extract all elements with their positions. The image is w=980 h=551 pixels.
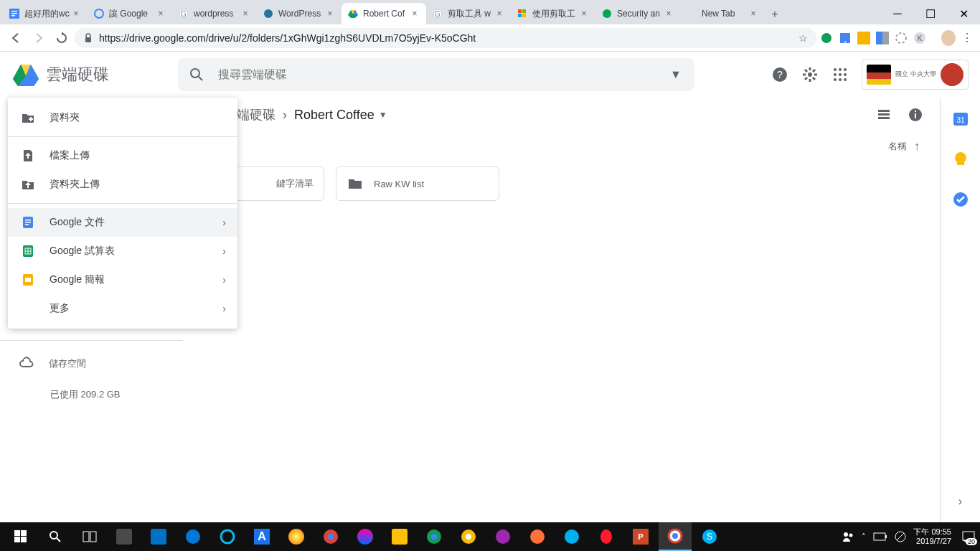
svg-text:31: 31 [956, 116, 965, 124]
taskbar-app-skype[interactable]: S [693, 522, 726, 551]
close-icon[interactable]: × [324, 8, 336, 19]
search-options-dropdown[interactable]: ▼ [667, 68, 684, 81]
settings-button[interactable] [801, 66, 819, 83]
side-panel-toggle[interactable]: › [958, 495, 962, 508]
new-tab-button[interactable]: + [765, 4, 785, 24]
search-button[interactable] [39, 522, 72, 551]
calendar-icon[interactable]: 31 [952, 110, 969, 128]
tab-3[interactable]: WordPress × [257, 3, 341, 24]
extension-icon[interactable] [857, 31, 871, 45]
info-button[interactable] [908, 108, 923, 122]
list-view-button[interactable] [877, 108, 891, 122]
svg-rect-16 [522, 14, 526, 17]
taskbar-app[interactable]: A [245, 522, 278, 551]
taskbar-clock[interactable]: 下午 09:55 2019/7/27 [913, 527, 954, 546]
close-icon[interactable]: × [240, 8, 251, 19]
taskbar-app-skype[interactable] [555, 522, 588, 551]
people-icon[interactable] [842, 530, 854, 543]
column-header-name[interactable]: 名稱 [888, 140, 907, 153]
menu-google-sheets[interactable]: Google 試算表 › [8, 237, 237, 265]
tab-1[interactable]: 讓 Google × [88, 3, 172, 24]
back-button[interactable] [6, 28, 26, 48]
taskbar-app-ie[interactable] [211, 522, 244, 551]
close-icon[interactable]: × [663, 8, 674, 19]
taskbar-app-powerpoint[interactable]: P [624, 522, 657, 551]
taskbar-app[interactable] [349, 522, 382, 551]
reload-button[interactable] [52, 28, 72, 48]
tab-7[interactable]: Security an × [595, 3, 680, 24]
notifications-button[interactable]: 20 [961, 529, 976, 544]
sort-asc-icon[interactable]: ↑ [914, 140, 920, 153]
taskbar-app-paint[interactable] [280, 522, 313, 551]
tasks-icon[interactable] [952, 191, 969, 208]
profile-icon[interactable]: K [913, 31, 927, 45]
organization-chip[interactable]: 國立 中央大學 [862, 60, 969, 90]
menu-more[interactable]: 更多 › [8, 294, 237, 323]
tab-5[interactable]: G 剪取工具 w × [426, 3, 511, 24]
account-avatar[interactable] [941, 63, 963, 86]
taskbar-app-outlook[interactable] [142, 522, 175, 551]
svg-rect-77 [915, 113, 916, 118]
close-window-button[interactable]: ✕ [947, 3, 980, 24]
close-icon[interactable]: × [748, 8, 759, 19]
taskbar-app[interactable] [383, 522, 416, 551]
breadcrumb-current[interactable]: Robert Coffee ▼ [294, 108, 387, 123]
taskbar-app-chrome[interactable] [418, 522, 451, 551]
svg-point-90 [186, 529, 200, 544]
search-input[interactable] [218, 68, 667, 81]
menu-folder-upload[interactable]: 資料夾上傳 [8, 170, 237, 199]
breadcrumb-row: 端硬碟 › Robert Coffee ▼ [184, 98, 940, 132]
help-button[interactable]: ? [771, 66, 788, 83]
menu-new-folder[interactable]: 資料夾 [8, 103, 237, 132]
taskbar-app-canary[interactable] [452, 522, 485, 551]
menu-google-docs[interactable]: Google 文件 › [8, 208, 237, 237]
taskbar-app[interactable] [486, 522, 519, 551]
drive-logo[interactable]: 雲端硬碟 [11, 60, 109, 89]
menu-separator [8, 136, 237, 137]
sidebar-item-storage[interactable]: 儲存空間 [0, 349, 183, 378]
tray-chevron-icon[interactable]: ˄ [862, 532, 866, 542]
forward-button[interactable] [29, 28, 49, 48]
apps-button[interactable] [831, 66, 849, 83]
task-view-button[interactable] [73, 522, 106, 551]
search-bar[interactable]: ▼ [178, 58, 694, 91]
close-icon[interactable]: × [409, 8, 420, 19]
extension-icon[interactable] [894, 31, 908, 45]
svg-point-53 [844, 73, 847, 76]
close-icon[interactable]: × [578, 8, 590, 19]
keep-icon[interactable] [952, 151, 969, 168]
start-button[interactable] [4, 522, 37, 551]
close-icon[interactable]: × [155, 8, 166, 19]
taskbar-app[interactable] [108, 522, 141, 551]
tab-0[interactable]: 超好用的wc × [3, 3, 88, 24]
close-icon[interactable]: × [70, 8, 82, 19]
tab-2[interactable]: G wordpress × [172, 3, 257, 24]
omnibox[interactable]: https://drive.google.com/drive/u/2/folde… [75, 28, 816, 48]
drive-logo-icon [11, 60, 40, 89]
tray-stop-icon[interactable] [895, 531, 906, 542]
extension-icon[interactable] [819, 31, 834, 45]
minimize-button[interactable]: ─ [881, 3, 914, 24]
folder-item[interactable]: Raw KW list [336, 166, 499, 201]
extension-icon[interactable]: 4 [838, 31, 852, 45]
maximize-button[interactable]: ☐ [914, 3, 947, 24]
tray-battery-icon[interactable] [873, 532, 887, 541]
taskbar-app-opera[interactable] [590, 522, 623, 551]
taskbar-app-chrome-active[interactable] [659, 522, 692, 551]
taskbar-app-edge[interactable] [176, 522, 209, 551]
breadcrumb-parent[interactable]: 端硬碟 [237, 106, 275, 123]
taskbar-app-firefox[interactable] [521, 522, 554, 551]
star-icon[interactable]: ☆ [798, 32, 808, 44]
menu-icon[interactable]: ⋮ [960, 31, 974, 45]
close-icon[interactable]: × [494, 8, 505, 19]
svg-point-99 [530, 529, 545, 544]
tab-8[interactable]: New Tab × [680, 3, 765, 24]
menu-google-slides[interactable]: Google 簡報 › [8, 265, 237, 294]
translate-icon[interactable] [875, 31, 890, 45]
avatar-icon[interactable] [941, 31, 956, 45]
menu-file-upload[interactable]: 檔案上傳 [8, 141, 237, 170]
taskbar-app-chrome[interactable] [314, 522, 347, 551]
tab-4-active[interactable]: Robert Cof × [341, 3, 426, 24]
tab-title: New Tab [702, 9, 748, 19]
tab-6[interactable]: 使用剪取工 × [511, 3, 595, 24]
